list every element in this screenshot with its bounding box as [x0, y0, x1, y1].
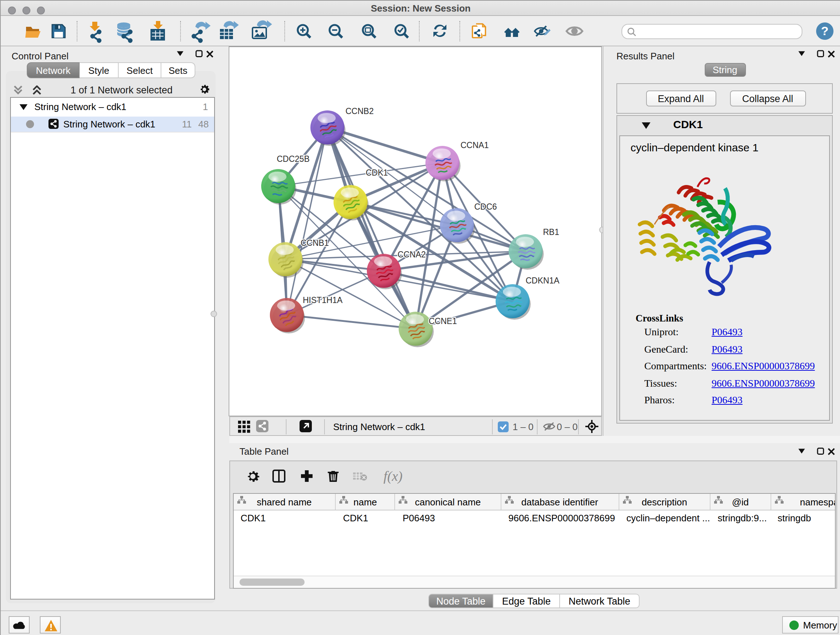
svg-text:CDC25B: CDC25B [276, 154, 309, 163]
svg-text:RB1: RB1 [543, 227, 559, 236]
svg-text:?: ? [821, 24, 829, 38]
svg-text:CCNE1: CCNE1 [428, 316, 456, 325]
svg-text:CCNB1: CCNB1 [300, 238, 328, 247]
svg-text:CDC6: CDC6 [474, 202, 497, 211]
svg-text:CCNA2: CCNA2 [397, 249, 425, 259]
svg-text:HIST1H1A: HIST1H1A [302, 295, 343, 304]
svg-text:f(x): f(x) [383, 469, 402, 484]
svg-text:CDK1: CDK1 [365, 168, 387, 177]
svg-text:CCNB2: CCNB2 [345, 106, 373, 116]
svg-text:CDKN1A: CDKN1A [525, 276, 559, 285]
svg-text:CCNA1: CCNA1 [460, 140, 488, 149]
